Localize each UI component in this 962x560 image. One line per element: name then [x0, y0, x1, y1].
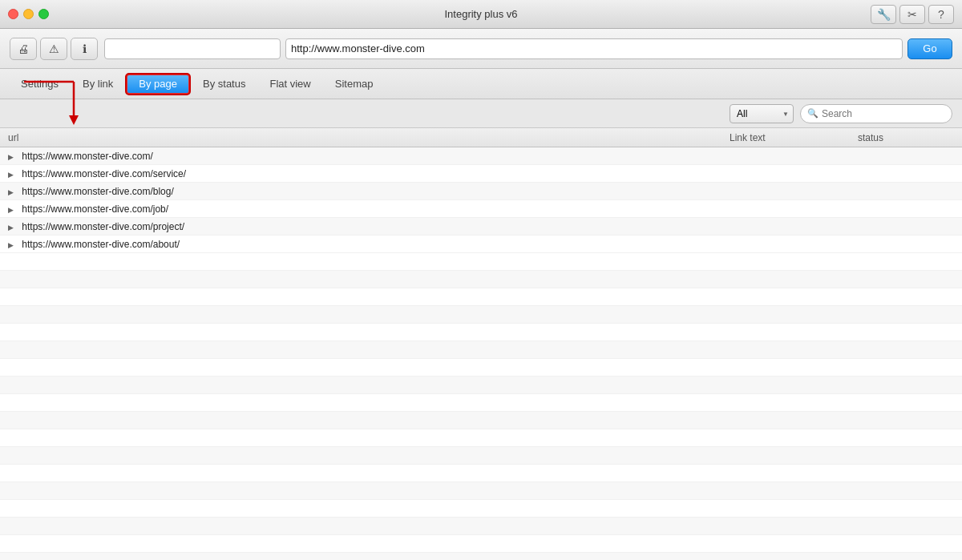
- col-header-url: url: [8, 132, 730, 143]
- empty-row: [0, 482, 962, 500]
- row-url-2: ▶ https://www.monster-dive.com/service/: [8, 168, 730, 179]
- window-title: Integrity plus v6: [444, 8, 517, 20]
- table-row[interactable]: ▶ https://www.monster-dive.com/: [0, 147, 962, 165]
- empty-row: [0, 500, 962, 518]
- row-url-1: ▶ https://www.monster-dive.com/: [8, 151, 730, 162]
- filter-dropdown-wrapper: All 2xx 3xx 4xx 5xx: [730, 104, 794, 123]
- table-row[interactable]: ▶ https://www.monster-dive.com/about/: [0, 236, 962, 253]
- settings-icon-btn[interactable]: 🔧: [871, 5, 896, 24]
- empty-rows: [0, 253, 962, 560]
- empty-row: [0, 447, 962, 465]
- row-url-6: ▶ https://www.monster-dive.com/about/: [8, 239, 730, 250]
- empty-row: [0, 341, 962, 359]
- empty-row: [0, 465, 962, 482]
- toolbar-left-icons: 🖨 ⚠ ℹ: [10, 38, 98, 60]
- col-header-linktext: Link text: [730, 132, 858, 143]
- main-content: url Link text status ▶ https://www.monst…: [0, 128, 962, 560]
- empty-row: [0, 553, 962, 560]
- empty-row: [0, 359, 962, 377]
- expand-triangle[interactable]: ▶: [8, 241, 16, 249]
- tab-bar: Settings By link By page By status Flat …: [0, 69, 962, 99]
- wrench-icon: 🔧: [877, 8, 891, 21]
- empty-row: [0, 324, 962, 341]
- tab-flatview[interactable]: Flat view: [258, 74, 321, 95]
- table-row[interactable]: ▶ https://www.monster-dive.com/blog/: [0, 183, 962, 200]
- empty-row: [0, 412, 962, 429]
- empty-row: [0, 288, 962, 306]
- url-input[interactable]: [285, 38, 903, 59]
- title-bar: Integrity plus v6 🔧 ✂ ?: [0, 0, 962, 29]
- printer-icon: 🖨: [18, 42, 29, 55]
- tab-bylink[interactable]: By link: [71, 74, 124, 95]
- row-url-3: ▶ https://www.monster-dive.com/blog/: [8, 186, 730, 197]
- minimize-button[interactable]: [23, 9, 34, 19]
- row-url-4: ▶ https://www.monster-dive.com/job/: [8, 203, 730, 215]
- empty-row: [0, 394, 962, 412]
- warning-button[interactable]: ⚠: [40, 38, 67, 60]
- left-input-field[interactable]: [104, 38, 281, 59]
- expand-triangle[interactable]: ▶: [8, 171, 16, 179]
- table-header: url Link text status: [0, 128, 962, 147]
- tab-settings[interactable]: Settings: [10, 74, 70, 95]
- scissors-icon: ✂: [907, 8, 917, 21]
- filter-row: All 2xx 3xx 4xx 5xx 🔍: [0, 99, 962, 128]
- col-header-status: status: [858, 132, 954, 143]
- expand-triangle[interactable]: ▶: [8, 153, 16, 161]
- url-input-container: Go: [104, 38, 952, 59]
- empty-row: [0, 377, 962, 394]
- tab-sitemap[interactable]: Sitemap: [324, 74, 385, 95]
- empty-row: [0, 535, 962, 553]
- table-container[interactable]: url Link text status ▶ https://www.monst…: [0, 128, 962, 560]
- info-icon: ℹ: [83, 42, 87, 55]
- tab-bypage[interactable]: By page: [126, 74, 190, 95]
- print-button[interactable]: 🖨: [10, 38, 37, 60]
- question-icon: ?: [938, 8, 944, 21]
- table-row[interactable]: ▶ https://www.monster-dive.com/service/: [0, 165, 962, 183]
- maximize-button[interactable]: [38, 9, 49, 19]
- empty-row: [0, 518, 962, 535]
- expand-triangle[interactable]: ▶: [8, 188, 16, 196]
- empty-row: [0, 271, 962, 288]
- table-row[interactable]: ▶ https://www.monster-dive.com/job/: [0, 200, 962, 218]
- toolbar: 🖨 ⚠ ℹ Go: [0, 29, 962, 69]
- table-row[interactable]: ▶ https://www.monster-dive.com/project/: [0, 218, 962, 236]
- search-icon: 🔍: [807, 108, 819, 119]
- help-icon-btn[interactable]: ?: [928, 5, 954, 24]
- close-button[interactable]: [8, 9, 18, 19]
- svg-marker-2: [69, 115, 79, 125]
- tab-bystatus[interactable]: By status: [192, 74, 257, 95]
- search-field-container: 🔍: [800, 104, 952, 123]
- traffic-lights: [8, 9, 49, 19]
- row-url-5: ▶ https://www.monster-dive.com/project/: [8, 221, 730, 232]
- expand-triangle[interactable]: ▶: [8, 224, 16, 232]
- info-button[interactable]: ℹ: [71, 38, 98, 60]
- tools-icon-btn[interactable]: ✂: [899, 5, 925, 24]
- title-bar-right: 🔧 ✂ ?: [871, 5, 954, 24]
- filter-dropdown[interactable]: All 2xx 3xx 4xx 5xx: [730, 104, 794, 123]
- empty-row: [0, 429, 962, 447]
- go-button[interactable]: Go: [907, 38, 952, 59]
- empty-row: [0, 306, 962, 324]
- expand-triangle[interactable]: ▶: [8, 206, 16, 214]
- warning-icon: ⚠: [49, 42, 59, 55]
- empty-row: [0, 253, 962, 271]
- search-input[interactable]: [822, 108, 945, 119]
